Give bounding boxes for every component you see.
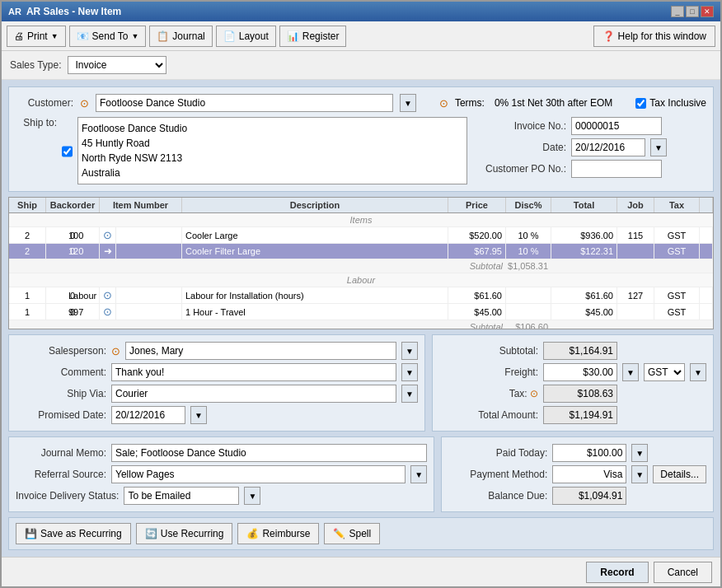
- col-backorder: Backorder: [46, 198, 100, 212]
- invoice-delivery-input[interactable]: [124, 487, 239, 505]
- comment-dropdown[interactable]: ▼: [401, 363, 418, 381]
- sales-type-select[interactable]: Invoice: [68, 56, 166, 74]
- tax-row: Tax: ⊙ $108.63: [439, 385, 706, 403]
- middle-row: Ship to: Footloose Dance Studio 45 Huntl…: [16, 117, 706, 184]
- invoice-date-dropdown[interactable]: ▼: [650, 138, 667, 156]
- cell-tax-2: GST: [654, 244, 700, 259]
- register-icon: 📊: [287, 30, 299, 42]
- invoice-number-label: Invoice No.:: [476, 120, 566, 132]
- salesperson-dropdown[interactable]: ▼: [401, 342, 418, 360]
- journal-memo-input[interactable]: [111, 444, 427, 462]
- window-title: AR Sales - New Item: [26, 6, 121, 17]
- customer-input[interactable]: [96, 94, 393, 112]
- tax-inclusive-checkbox[interactable]: [635, 98, 646, 109]
- table-row[interactable]: 2 0 ➜ 120 Cooler Filter Large $67.95 10 …: [9, 244, 713, 259]
- maximize-button[interactable]: □: [686, 6, 699, 17]
- cancel-button[interactable]: Cancel: [654, 562, 712, 583]
- journal-memo-row: Journal Memo:: [16, 444, 427, 462]
- table-row[interactable]: 1 0 ⊙ 997 1 Hour - Travel $45.00 $45.00 …: [9, 304, 713, 320]
- use-recurring-button[interactable]: 🔄 Use Recurring: [136, 523, 233, 544]
- paid-today-value: $100.00: [552, 444, 626, 462]
- cell-disc-4: [506, 304, 551, 320]
- tax-nav-icon[interactable]: ⊙: [530, 388, 538, 399]
- record-button[interactable]: Record: [586, 562, 648, 583]
- cell-ship-3: 1: [9, 287, 46, 303]
- table-row[interactable]: 2 0 ⊙ 100 Cooler Large $520.00 10 % $936…: [9, 227, 713, 244]
- comment-label: Comment:: [16, 366, 106, 378]
- toolbar-left: 🖨 Print ▼ 📧 Send To ▼ 📋 Journal 📄 Layout…: [7, 26, 346, 47]
- send-to-button[interactable]: 📧 Send To ▼: [69, 26, 147, 47]
- register-button[interactable]: 📊 Register: [279, 26, 347, 47]
- ship-to-checkbox[interactable]: [62, 119, 73, 184]
- tax-inclusive-section: Tax Inclusive: [635, 97, 706, 109]
- ship-via-row: Ship Via: ▼: [16, 385, 418, 403]
- customer-dropdown-button[interactable]: ▼: [400, 94, 416, 112]
- freight-tax-select[interactable]: GST: [644, 363, 685, 381]
- freight-value: $30.00: [543, 363, 617, 381]
- customer-nav-icon[interactable]: ⊙: [80, 97, 89, 110]
- reimburse-label: Reimburse: [262, 528, 310, 539]
- salesperson-row: Salesperson: ⊙ ▼: [16, 342, 418, 360]
- save-recurring-button[interactable]: 💾 Save as Recurring: [16, 523, 131, 544]
- payment-method-dropdown[interactable]: ▼: [631, 465, 648, 483]
- freight-tax-dropdown[interactable]: ▼: [690, 363, 706, 381]
- cell-price-2: $67.95: [448, 244, 506, 259]
- journal-button[interactable]: 📋 Journal: [149, 26, 212, 47]
- promised-date-dropdown[interactable]: ▼: [190, 406, 207, 424]
- layout-button[interactable]: 📄 Layout: [216, 26, 276, 47]
- paid-today-label: Paid Today:: [448, 447, 547, 459]
- invoice-date-row: Date: ▼: [476, 138, 706, 156]
- cell-ship-4: 1: [9, 304, 46, 320]
- ship-via-dropdown[interactable]: ▼: [401, 385, 418, 403]
- subtotal-value-1: $1,058.31: [506, 259, 551, 273]
- col-ship: Ship: [9, 198, 46, 212]
- invoice-number-input[interactable]: [571, 117, 662, 135]
- cell-scroll-2: [700, 244, 713, 259]
- referral-source-label: Referral Source:: [16, 469, 106, 480]
- close-button[interactable]: ✕: [701, 6, 714, 17]
- action-bar: 💾 Save as Recurring 🔄 Use Recurring 💰 Re…: [8, 517, 714, 550]
- window-icon: AR: [8, 7, 21, 16]
- right-bottom-panel: Subtotal: $1,164.91 Freight: $30.00 ▼ GS…: [432, 334, 714, 432]
- subtotal-summary-label: Subtotal:: [439, 345, 538, 357]
- spell-button[interactable]: ✏️ Spell: [324, 523, 380, 544]
- comment-input[interactable]: [111, 363, 396, 381]
- promised-date-input[interactable]: [111, 406, 185, 424]
- terms-nav-icon[interactable]: ⊙: [439, 97, 448, 110]
- ship-via-input[interactable]: [111, 385, 396, 403]
- freight-dropdown[interactable]: ▼: [622, 363, 639, 381]
- payment-method-label: Payment Method:: [448, 469, 547, 480]
- help-button[interactable]: ❓ Help for this window: [593, 26, 715, 47]
- reimburse-button[interactable]: 💰 Reimburse: [237, 523, 319, 544]
- paid-today-dropdown[interactable]: ▼: [631, 444, 648, 462]
- invoice-delivery-dropdown[interactable]: ▼: [244, 487, 260, 505]
- salesperson-input[interactable]: [125, 342, 396, 360]
- cell-item-4: 997: [67, 304, 182, 320]
- ship-to-section: Ship to: Footloose Dance Studio 45 Huntl…: [16, 117, 467, 184]
- invoice-date-input[interactable]: [571, 138, 645, 156]
- bottom-area: Salesperson: ⊙ ▼ Comment: ▼ Ship Via: ▼: [8, 334, 714, 512]
- journal-memo-label: Journal Memo:: [16, 447, 106, 459]
- invoice-section: Invoice No.: Date: ▼ Customer PO No.:: [476, 117, 706, 184]
- sales-type-row: Sales Type: Invoice: [2, 51, 720, 80]
- table-row[interactable]: 1 0 ⊙ Labour Labour for Installation (ho…: [9, 287, 713, 304]
- referral-source-input[interactable]: [111, 465, 406, 483]
- cell-item-1: 100: [67, 227, 182, 243]
- details-button[interactable]: Details...: [653, 465, 706, 483]
- col-description: Description: [182, 198, 448, 212]
- ship-to-label: Ship to:: [16, 117, 57, 184]
- referral-dropdown[interactable]: ▼: [410, 465, 427, 483]
- subtotal-summary-row: Subtotal: $1,164.91: [439, 342, 706, 360]
- invoice-delivery-row: Invoice Delivery Status: ▼: [16, 487, 427, 505]
- referral-source-row: Referral Source: ▼: [16, 465, 427, 483]
- spell-icon: ✏️: [333, 528, 345, 539]
- customer-po-input[interactable]: [571, 160, 662, 178]
- cell-total-3: $61.60: [551, 287, 617, 303]
- salesperson-nav-icon[interactable]: ⊙: [111, 345, 120, 357]
- send-to-label: Send To: [92, 30, 129, 42]
- print-button[interactable]: 🖨 Print ▼: [7, 26, 66, 47]
- title-bar: AR AR Sales - New Item _ □ ✕: [2, 2, 720, 21]
- journal-label: Journal: [172, 30, 204, 42]
- minimize-button[interactable]: _: [671, 6, 684, 17]
- subtotal-label-2: Subtotal: [9, 320, 506, 329]
